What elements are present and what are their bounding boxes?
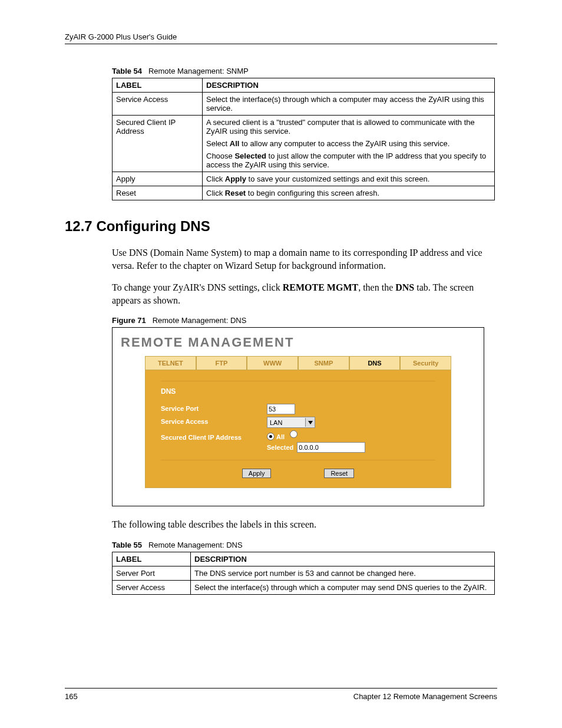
radio-all-label: All [276,433,285,440]
table-cell-label: Secured Client IP Address [113,116,203,172]
table-cell-label: Apply [113,172,203,186]
table55-col-desc: DESCRIPTION [191,552,495,566]
table-cell-desc: Click Reset to begin configuring this sc… [203,186,495,200]
table-row: ApplyClick Apply to save your customized… [113,172,495,186]
radio-all[interactable]: All [267,433,285,440]
label-secured-ip: Secured Client IP Address [161,430,267,441]
table-row: Server PortThe DNS service port number i… [113,566,495,580]
reset-button[interactable]: Reset [324,469,354,478]
table-cell-desc: The DNS service port number is 53 and ca… [191,566,495,580]
table54-col-label: LABEL [113,78,203,93]
page-number: 165 [65,692,78,701]
table-row: Secured Client IP AddressA secured clien… [113,116,495,172]
tab-snmp[interactable]: SNMP [298,356,349,370]
tab-row: TELNETFTPWWWSNMPDNSSecurity [145,356,451,370]
table54-col-desc: DESCRIPTION [203,78,495,93]
radio-selected[interactable] [290,430,297,438]
table-cell-label: Server Port [113,566,191,580]
table-cell-label: Service Access [113,93,203,116]
label-service-port: Service Port [161,404,267,412]
table-cell-label: Server Access [113,580,191,594]
table55-caption-label: Table 55 [112,541,142,549]
apply-button[interactable]: Apply [242,469,272,478]
tab-telnet[interactable]: TELNET [145,356,196,370]
table-row: Server AccessSelect the interface(s) thr… [113,580,495,594]
select-service-access[interactable]: LAN [267,417,315,428]
section-para-3: The following table describes the labels… [112,518,497,531]
table55-col-label: LABEL [113,552,191,566]
radio-selected-label: Selected [267,444,293,451]
chevron-down-icon [305,418,315,427]
label-service-access: Service Access [161,417,267,425]
section-para-1: Use DNS (Domain Name System) to map a do… [112,246,497,272]
dns-panel: DNS Service Port Service Access LAN [145,370,451,488]
table55-caption-text: Remote Management: DNS [148,541,243,549]
table-54: LABEL DESCRIPTION Service AccessSelect t… [112,78,495,200]
tab-www[interactable]: WWW [247,356,298,370]
figure71-screenshot: REMOTE MANAGEMENT TELNETFTPWWWSNMPDNSSec… [112,327,484,506]
select-service-access-value: LAN [267,419,305,426]
figure71-caption: Figure 71 Remote Management: DNS [112,316,497,325]
page-footer: 165 Chapter 12 Remote Management Screens [65,688,497,701]
figure71-caption-text: Remote Management: DNS [153,316,247,325]
remote-management-title: REMOTE MANAGEMENT [121,335,484,350]
input-secured-ip[interactable] [297,442,365,453]
radio-dot-icon [267,433,275,440]
input-service-port[interactable] [267,404,295,414]
tab-ftp[interactable]: FTP [196,356,247,370]
table54-caption-label: Table 54 [112,67,142,75]
table-row: Service AccessSelect the interface(s) th… [113,93,495,116]
table-cell-desc: A secured client is a "trusted" computer… [203,116,495,172]
section-heading: 12.7 Configuring DNS [65,218,497,235]
section-para-2: To change your ZyAIR's DNS settings, cli… [112,281,497,307]
table54-caption: Table 54 Remote Management: SNMP [112,67,497,75]
table54-caption-text: Remote Management: SNMP [148,67,249,75]
table-55: LABEL DESCRIPTION Server PortThe DNS ser… [112,552,495,595]
guide-title: ZyAIR G-2000 Plus User's Guide [65,32,177,41]
table-cell-desc: Select the interface(s) through which a … [203,93,495,116]
radio-dot-icon [290,430,297,438]
dns-group-heading: DNS [161,387,435,396]
tab-dns[interactable]: DNS [349,356,401,370]
chapter-title: Chapter 12 Remote Management Screens [353,692,497,701]
svg-marker-0 [308,421,313,424]
table-cell-desc: Select the interface(s) through which a … [191,580,495,594]
running-header: ZyAIR G-2000 Plus User's Guide [65,32,497,44]
table-cell-desc: Click Apply to save your customized sett… [203,172,495,186]
table55-caption: Table 55 Remote Management: DNS [112,541,497,549]
tab-security[interactable]: Security [400,356,451,370]
table-cell-label: Reset [113,186,203,200]
figure71-caption-label: Figure 71 [112,316,146,325]
table-row: ResetClick Reset to begin configuring th… [113,186,495,200]
